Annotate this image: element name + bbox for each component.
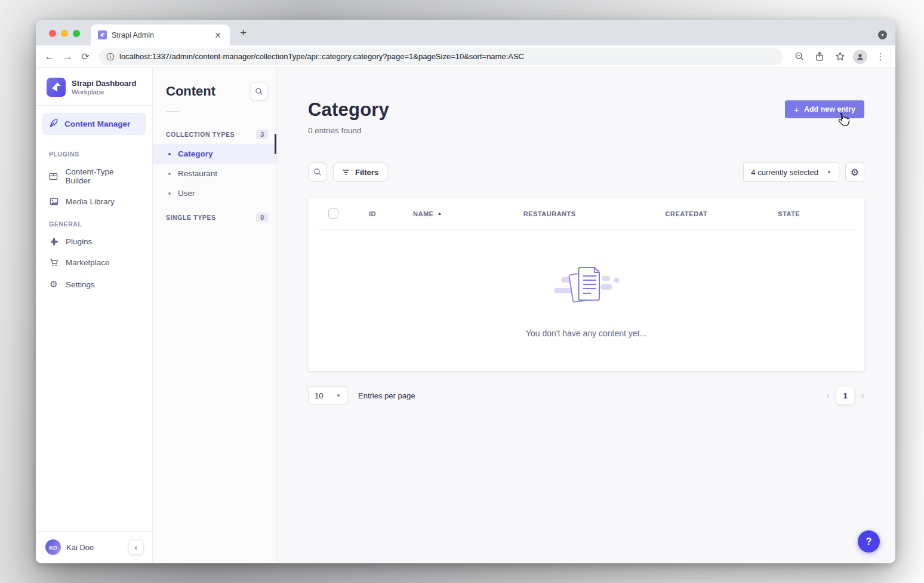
browser-toolbar: ← → ⟳ localhost:1337/admin/content-manag… <box>36 45 895 68</box>
plus-icon: + <box>794 105 799 115</box>
new-tab-button[interactable]: + <box>240 27 247 38</box>
select-all-checkbox[interactable] <box>328 208 338 219</box>
search-icon <box>255 87 263 96</box>
collection-type-restaurant[interactable]: Restaurant <box>153 164 276 183</box>
page-size-dropdown[interactable]: 10 ▼ <box>308 386 347 404</box>
pagination-row: 10 ▼ Entries per page ‹ 1 › <box>308 386 864 404</box>
sidebar-item-label: Marketplace <box>66 258 110 267</box>
table-search-button[interactable] <box>308 162 327 182</box>
single-types-count-badge: 0 <box>256 213 268 222</box>
sidebar-item-content-manager[interactable]: Content Manager <box>42 113 146 135</box>
content-title-underline <box>166 111 180 112</box>
macos-traffic-lights <box>49 30 80 37</box>
filters-button[interactable]: Filters <box>333 162 387 182</box>
collection-type-category[interactable]: Category <box>153 144 276 164</box>
strapi-admin-app: Strapi Dashboard Workplace Content Manag… <box>36 68 895 563</box>
chevron-down-icon: ▼ <box>827 170 831 175</box>
site-info-icon[interactable] <box>106 53 115 61</box>
sort-asc-icon: ▲ <box>437 211 442 216</box>
sidebar-item-label: Plugins <box>66 237 92 246</box>
app-name: Strapi Dashboard <box>72 79 136 88</box>
forward-icon[interactable]: → <box>60 51 75 63</box>
current-page-button[interactable]: 1 <box>836 386 854 404</box>
next-page-icon[interactable]: › <box>861 391 864 400</box>
help-button[interactable]: ? <box>858 530 880 553</box>
gear-icon: ⚙ <box>851 167 859 178</box>
bullet-icon <box>168 192 171 195</box>
collection-type-user[interactable]: User <box>153 183 276 203</box>
strapi-logo-icon <box>47 78 66 97</box>
sidebar-item-media-library[interactable]: Media Library <box>36 191 152 212</box>
content-panel: Content COLLECTION TYPES 3 Category Rest… <box>153 68 277 563</box>
zoom-search-icon[interactable] <box>790 51 808 62</box>
empty-state: You don't have any content yet... <box>308 230 864 371</box>
add-new-entry-button[interactable]: + Add new entry <box>785 100 864 118</box>
reload-icon[interactable]: ⟳ <box>78 51 93 62</box>
tab-title: Strapi Admin <box>112 31 208 39</box>
share-icon[interactable] <box>811 51 828 62</box>
empty-state-message: You don't have any content yet... <box>526 329 646 338</box>
column-header-createdat[interactable]: CREATEDAT <box>666 210 708 217</box>
bullet-icon <box>168 153 171 155</box>
entries-count: 0 entries found <box>308 126 389 135</box>
puzzle-icon <box>49 237 58 246</box>
list-actions-row: Filters 4 currently selected ▼ ⚙ <box>308 162 864 182</box>
entries-per-page-label: Entries per page <box>358 391 415 400</box>
single-types-header: SINGLE TYPES 0 <box>153 208 276 227</box>
empty-documents-illustration <box>549 263 623 313</box>
previous-page-icon[interactable]: ‹ <box>827 391 830 400</box>
sidebar-user-row[interactable]: KD Kai Doe ‹ <box>36 531 152 563</box>
tab-close-icon[interactable]: ✕ <box>213 30 223 40</box>
table-header-row: ID NAME ▲ RESTAURANTS CREATEDAT STATE <box>308 198 864 229</box>
entries-table: ID NAME ▲ RESTAURANTS CREATEDAT STATE <box>308 198 864 371</box>
sidebar-item-label: Media Library <box>66 197 115 206</box>
strapi-favicon-icon <box>98 30 107 39</box>
column-header-id[interactable]: ID <box>369 210 376 217</box>
browser-tab[interactable]: Strapi Admin ✕ <box>91 24 230 45</box>
gear-icon: ⚙ <box>49 279 58 290</box>
browser-window: Strapi Admin ✕ + ▼ ← → ⟳ localhost:1337/… <box>36 20 895 563</box>
close-window-button[interactable] <box>49 30 56 37</box>
sidebar-item-label: Content-Type Builder <box>66 167 139 185</box>
back-icon[interactable]: ← <box>42 51 57 63</box>
column-header-name[interactable]: NAME ▲ <box>413 210 442 217</box>
pen-icon <box>49 118 58 130</box>
zoom-window-button[interactable] <box>73 30 80 37</box>
collection-types-header: COLLECTION TYPES 3 <box>153 125 276 144</box>
user-avatar: KD <box>45 539 61 555</box>
image-icon <box>49 197 58 206</box>
collection-types-count-badge: 3 <box>256 130 268 139</box>
sidebar-item-marketplace[interactable]: Marketplace <box>36 252 152 273</box>
visible-columns-dropdown[interactable]: 4 currently selected ▼ <box>743 162 839 182</box>
content-panel-title: Content <box>166 84 215 99</box>
sidebar-item-plugins[interactable]: Plugins <box>36 231 152 252</box>
address-bar[interactable]: localhost:1337/admin/content-manager/col… <box>99 48 783 65</box>
panel-scrollbar-thumb[interactable] <box>275 134 276 154</box>
browser-tab-strip: Strapi Admin ✕ + ▼ <box>36 20 895 45</box>
content-search-button[interactable] <box>250 82 268 100</box>
table-settings-button[interactable]: ⚙ <box>845 162 864 182</box>
sidebar-divider <box>36 105 152 106</box>
main-sidebar: Strapi Dashboard Workplace Content Manag… <box>36 68 153 563</box>
filter-icon <box>342 169 350 176</box>
browser-menu-icon[interactable]: ⋮ <box>871 51 889 62</box>
main-content: Category 0 entries found + Add new entry… <box>277 68 895 563</box>
user-name: Kai Doe <box>66 543 94 552</box>
sidebar-item-content-type-builder[interactable]: Content-Type Builder <box>36 161 152 191</box>
layout-icon <box>49 172 58 181</box>
browser-profile-avatar[interactable] <box>851 50 869 64</box>
sidebar-section-plugins: PLUGINS <box>36 142 152 161</box>
column-header-state[interactable]: STATE <box>778 210 800 217</box>
bookmark-star-icon[interactable] <box>831 51 849 62</box>
sidebar-item-settings[interactable]: ⚙ Settings <box>36 273 152 296</box>
collapse-sidebar-button[interactable]: ‹ <box>128 539 144 555</box>
column-header-restaurants[interactable]: RESTAURANTS <box>523 210 576 217</box>
url-text: localhost:1337/admin/content-manager/col… <box>119 52 524 61</box>
minimize-window-button[interactable] <box>61 30 68 37</box>
tab-search-icon[interactable]: ▼ <box>878 30 887 39</box>
brand-block[interactable]: Strapi Dashboard Workplace <box>36 68 152 105</box>
cart-icon <box>49 258 58 267</box>
bullet-icon <box>168 173 171 175</box>
sidebar-item-label: Settings <box>66 280 95 289</box>
sidebar-item-label: Content Manager <box>64 119 130 128</box>
